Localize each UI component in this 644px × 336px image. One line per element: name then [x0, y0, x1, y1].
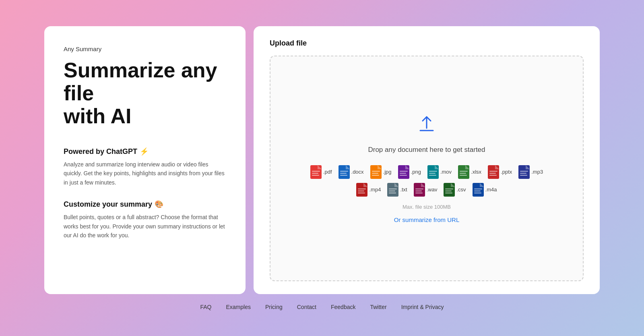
svg-rect-10 [370, 165, 382, 179]
svg-rect-6 [340, 171, 348, 172]
svg-rect-11 [372, 171, 380, 172]
file-type-pdf: .pdf [310, 165, 332, 179]
feature-chatgpt-title: Powered by ChatGPT ⚡ [64, 147, 226, 156]
file-type-label-png: .png [411, 169, 421, 175]
svg-rect-2 [312, 173, 318, 174]
svg-rect-40 [356, 183, 367, 197]
svg-rect-60 [473, 183, 484, 197]
svg-rect-7 [340, 173, 347, 174]
svg-rect-33 [489, 175, 497, 176]
file-type-pptx: .pptx [488, 165, 512, 179]
svg-rect-58 [445, 193, 452, 193]
svg-rect-27 [460, 173, 466, 174]
footer-link-contact[interactable]: Contact [297, 304, 316, 310]
svg-rect-43 [358, 193, 365, 193]
footer-link-pricing[interactable]: Pricing [265, 304, 283, 310]
svg-rect-8 [340, 175, 347, 176]
svg-rect-28 [460, 175, 467, 176]
footer-link-twitter[interactable]: Twitter [370, 304, 386, 310]
svg-rect-47 [389, 191, 395, 191]
drop-zone[interactable]: Drop any document here to get started .p… [270, 56, 584, 281]
file-type-jpg: .jpg [370, 165, 392, 179]
svg-rect-37 [520, 173, 526, 174]
svg-rect-55 [444, 183, 455, 197]
svg-rect-45 [387, 183, 398, 197]
max-file-size: Max. file size 100MB [402, 204, 451, 210]
svg-rect-5 [339, 165, 350, 179]
svg-rect-1 [312, 171, 320, 172]
feature-chatgpt-desc: Analyze and summarize long interview aud… [64, 160, 226, 187]
file-type-label-wav: .wav [427, 187, 438, 193]
file-type-label-mp4: .mp4 [369, 187, 381, 193]
svg-rect-42 [358, 191, 364, 191]
svg-rect-25 [458, 165, 469, 179]
file-type-label-docx: .docx [351, 169, 364, 175]
svg-rect-63 [474, 193, 481, 193]
file-type-mp4: .mp4 [356, 183, 381, 197]
svg-rect-48 [389, 193, 396, 193]
file-types-row1: .pdf.docx.jpg.png.mov.xlsx.pptx.mp3 [310, 165, 543, 179]
svg-rect-23 [429, 175, 436, 176]
svg-rect-53 [415, 193, 423, 193]
svg-rect-3 [312, 175, 319, 176]
upload-icon [416, 114, 437, 136]
file-type-xlsx: .xlsx [458, 165, 481, 179]
file-type-label-csv: .csv [456, 187, 466, 193]
svg-rect-13 [372, 175, 379, 176]
svg-rect-32 [489, 173, 496, 174]
drop-text: Drop any document here to get started [368, 146, 485, 154]
upload-title: Upload file [270, 39, 584, 48]
svg-rect-62 [474, 191, 481, 191]
svg-rect-57 [445, 191, 452, 191]
svg-rect-41 [358, 189, 366, 189]
svg-rect-21 [429, 171, 437, 172]
file-type-label-m4a: .m4a [485, 187, 497, 193]
svg-rect-51 [415, 189, 423, 189]
file-type-txt: .txt [387, 183, 407, 197]
svg-rect-56 [445, 189, 453, 189]
feature-customize: Customize your summary 🎨 Bullet points, … [64, 200, 226, 240]
file-type-wav: .wav [414, 183, 438, 197]
footer-link-feedback[interactable]: Feedback [331, 304, 355, 310]
svg-rect-22 [429, 173, 436, 174]
svg-rect-38 [520, 175, 527, 176]
file-type-mov: .mov [427, 165, 452, 179]
feature-customize-title: Customize your summary 🎨 [64, 200, 226, 209]
svg-rect-52 [415, 191, 422, 191]
file-type-docx: .docx [339, 165, 364, 179]
svg-rect-26 [460, 171, 468, 172]
svg-rect-30 [488, 165, 499, 179]
svg-rect-46 [389, 189, 397, 189]
file-types-row2: .mp4.txt.wav.csv.m4a [356, 183, 497, 197]
footer-link-faq[interactable]: FAQ [200, 304, 211, 310]
svg-rect-16 [400, 171, 408, 172]
svg-rect-15 [398, 165, 409, 179]
footer-link-imprint[interactable]: Imprint & Privacy [401, 304, 444, 310]
file-type-label-jpg: .jpg [383, 169, 392, 175]
svg-rect-61 [474, 189, 482, 189]
file-type-mp3: .mp3 [518, 165, 543, 179]
file-type-m4a: .m4a [473, 183, 497, 197]
feature-customize-desc: Bullet points, quotes or a full abstract… [64, 213, 226, 240]
app-name: Any Summary [64, 46, 226, 52]
svg-rect-18 [400, 175, 407, 176]
feature-chatgpt: Powered by ChatGPT ⚡ Analyze and summari… [64, 147, 226, 187]
file-type-label-pdf: .pdf [323, 169, 332, 175]
footer-link-examples[interactable]: Examples [226, 304, 250, 310]
svg-rect-17 [400, 173, 406, 174]
file-type-png: .png [398, 165, 421, 179]
svg-rect-12 [372, 173, 378, 174]
svg-rect-35 [518, 165, 530, 179]
svg-rect-0 [310, 165, 322, 179]
svg-rect-31 [489, 171, 497, 172]
url-link[interactable]: Or summarize from URL [394, 216, 460, 223]
svg-rect-20 [427, 165, 439, 179]
main-container: Any Summary Summarize any file with AI P… [44, 26, 600, 294]
file-type-csv: .csv [444, 183, 466, 197]
svg-rect-36 [520, 171, 528, 172]
svg-rect-50 [414, 183, 425, 197]
file-type-label-xlsx: .xlsx [471, 169, 481, 175]
file-type-label-mp3: .mp3 [531, 169, 543, 175]
file-type-label-mov: .mov [440, 169, 452, 175]
main-title: Summarize any file with AI [64, 59, 226, 128]
